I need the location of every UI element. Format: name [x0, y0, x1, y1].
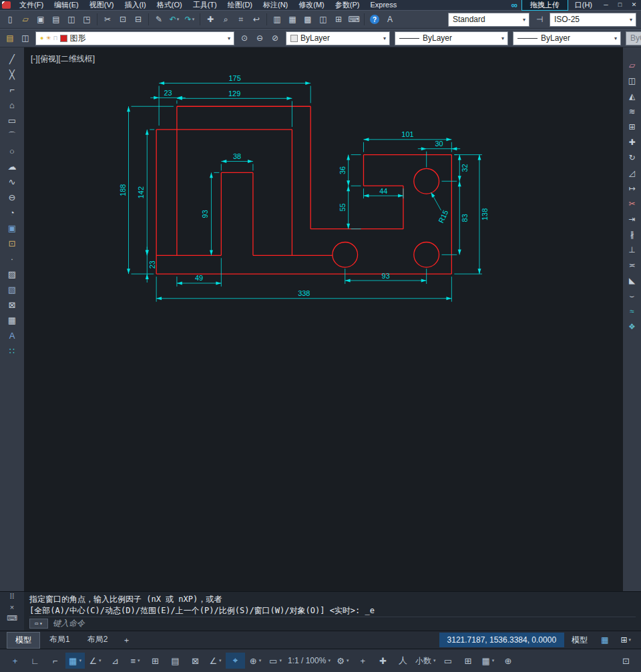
drawing-canvas[interactable]: [-][俯视][二维线框] 17523129384933893101304418…	[24, 47, 623, 591]
break-tool[interactable]: ∦	[625, 227, 640, 241]
menu-item-1[interactable]: 编辑(E)	[49, 0, 84, 10]
osnap-icon[interactable]: ⊞	[146, 653, 165, 669]
grid-display-icon[interactable]: ▦	[595, 633, 614, 647]
polyline-tool[interactable]: ⌐	[4, 83, 20, 97]
units-format[interactable]: 小数▾	[413, 653, 438, 669]
spline-tool[interactable]: ∿	[4, 175, 20, 189]
rectangle-tool[interactable]: ▭	[4, 114, 20, 128]
rotate-tool[interactable]: ↻	[625, 150, 640, 164]
selection-cycling-icon[interactable]: ∠▾	[206, 653, 225, 669]
grid-snap-icon[interactable]: ⌐	[45, 653, 65, 669]
dynamic-ucs-icon[interactable]: ⊕▾	[246, 653, 265, 669]
explode-tool[interactable]: ❖	[625, 319, 640, 333]
keyboard-icon[interactable]: ⌨	[7, 614, 17, 623]
close-button[interactable]: ✕	[627, 0, 641, 10]
extend-tool[interactable]: ⇥	[625, 212, 640, 226]
lineweight-combo[interactable]: ByLayer▾	[513, 31, 621, 45]
tab-模型[interactable]: 模型	[7, 632, 40, 649]
isolate-objects-icon[interactable]: ▦▾	[478, 653, 497, 669]
drag-upload-tab[interactable]: 拖拽上传	[521, 0, 568, 11]
graphics-performance-icon[interactable]: ⊕	[498, 653, 517, 669]
dim-style-icon[interactable]: ⊣	[532, 12, 547, 27]
dynamic-input-icon[interactable]: ▭▾	[266, 653, 285, 669]
quickcalc-icon[interactable]: ⌨	[347, 12, 361, 27]
region-tool[interactable]: ⊠	[4, 298, 20, 312]
snap-mode-icon[interactable]: ∟	[25, 653, 45, 669]
erase-tool[interactable]: ▱	[625, 58, 640, 72]
make-block-tool[interactable]: ⊡	[4, 236, 20, 250]
polar-tracking-icon[interactable]: ∠▾	[85, 653, 105, 669]
revision-cloud-tool[interactable]: ☁	[4, 160, 20, 174]
dim-style-combo[interactable]: ISO-25▾	[550, 13, 636, 27]
menu-item-6[interactable]: 绘图(D)	[222, 0, 258, 10]
menu-item-4[interactable]: 格式(O)	[152, 0, 188, 10]
menu-item-8[interactable]: 修改(M)	[293, 0, 330, 10]
table-tool[interactable]: ▦	[4, 313, 20, 327]
linetype-combo[interactable]: ByLayer▾	[395, 31, 508, 45]
clean-screen-icon[interactable]: ⊡	[616, 653, 636, 669]
zoom-previous-icon[interactable]: ↩	[249, 12, 264, 27]
layer-properties-icon[interactable]: ▤	[3, 31, 17, 45]
insert-block-tool[interactable]: ▣	[4, 221, 20, 235]
join-tool[interactable]: ≍	[625, 258, 640, 272]
cut-icon[interactable]: ✂	[100, 12, 115, 27]
match-properties-icon[interactable]: ✎	[152, 12, 166, 27]
tab-布局2[interactable]: 布局2	[79, 632, 116, 649]
text-style-combo[interactable]: Standard▾	[448, 13, 529, 27]
lock-ui-icon[interactable]: ⊞	[458, 653, 477, 669]
menu-item-9[interactable]: 参数(P)	[330, 0, 365, 10]
copy-tool[interactable]: ◫	[625, 73, 640, 88]
quick-select-icon[interactable]: A	[383, 12, 397, 27]
gradient-tool[interactable]: ▧	[4, 283, 20, 297]
pan-icon[interactable]: ✚	[203, 12, 218, 27]
mirror-tool[interactable]: ◭	[625, 89, 640, 103]
autotrack-icon[interactable]: ≡▾	[126, 653, 145, 669]
move-tool[interactable]: ✚	[625, 135, 640, 149]
plotstyle-combo[interactable]: ByColor▾	[626, 31, 641, 45]
hatch-tool[interactable]: ▨	[4, 267, 20, 281]
construction-line-tool[interactable]: ╳	[4, 67, 20, 81]
ellipse-arc-tool[interactable]: ◔	[4, 206, 20, 220]
menu-item-7[interactable]: 标注(N)	[258, 0, 293, 10]
fillet-tool[interactable]: ⌣	[625, 289, 640, 303]
close-command-icon[interactable]: ×	[10, 603, 14, 612]
menu-item-5[interactable]: 工具(T)	[188, 0, 222, 10]
markup-icon[interactable]: ⊞	[331, 12, 346, 27]
copy-clip-icon[interactable]: ⊡	[116, 12, 130, 27]
autoscale-icon[interactable]: ✚	[373, 653, 393, 669]
annotation-monitor-icon[interactable]: 人	[393, 653, 413, 669]
quick-properties-icon[interactable]: ▭	[438, 653, 457, 669]
open-icon[interactable]: ▱	[18, 12, 33, 27]
scale-tool[interactable]: ◿	[625, 166, 640, 180]
zoom-realtime-icon[interactable]: ⌕	[218, 12, 233, 27]
properties-icon[interactable]: ▥	[270, 12, 284, 27]
coordinates-readout[interactable]: 3121.7187, 1536.3384, 0.0000	[439, 633, 565, 647]
layer-previous-icon[interactable]: ⊖	[252, 31, 267, 45]
stretch-tool[interactable]: ↦	[625, 181, 640, 195]
app-logo-icon[interactable]	[2, 1, 11, 9]
lineweight-display-icon[interactable]: ▤	[166, 653, 185, 669]
object-color-combo[interactable]: ByLayer▾	[286, 31, 390, 45]
menu-item-0[interactable]: 文件(F)	[14, 0, 49, 10]
menu-item-3[interactable]: 插入(I)	[119, 0, 151, 10]
paste-icon[interactable]: ⊟	[131, 12, 146, 27]
polygon-tool[interactable]: ⌂	[4, 98, 20, 112]
offset-tool[interactable]: ≋	[625, 104, 640, 118]
point-style-tool[interactable]: ∷	[4, 344, 20, 358]
arc-tool[interactable]: ⌒	[4, 129, 20, 143]
menu-item-10[interactable]: Express	[365, 0, 402, 10]
grid-icon[interactable]: ▦▾	[65, 653, 85, 669]
help-icon[interactable]: ?	[367, 12, 382, 27]
qnew-icon[interactable]: ▯	[3, 12, 17, 27]
model-space-icon[interactable]: +	[5, 653, 25, 669]
blend-tool[interactable]: ≈	[625, 304, 640, 318]
line-tool[interactable]: ╱	[4, 52, 20, 66]
minimize-button[interactable]: ─	[599, 0, 613, 10]
sheet-set-icon[interactable]: ◫	[316, 12, 331, 27]
command-input[interactable]: ▭▾ 键入命令	[29, 617, 636, 629]
zoom-window-icon[interactable]: ⌗	[234, 12, 248, 27]
dimension-annotations[interactable]: 1752312938493389310130441881429323365532…	[119, 74, 489, 302]
break-at-point-tool[interactable]: ⊥	[625, 242, 640, 257]
tool-palettes-icon[interactable]: ▩	[300, 12, 315, 27]
osnap-3d-icon[interactable]: ⌖	[226, 653, 245, 669]
